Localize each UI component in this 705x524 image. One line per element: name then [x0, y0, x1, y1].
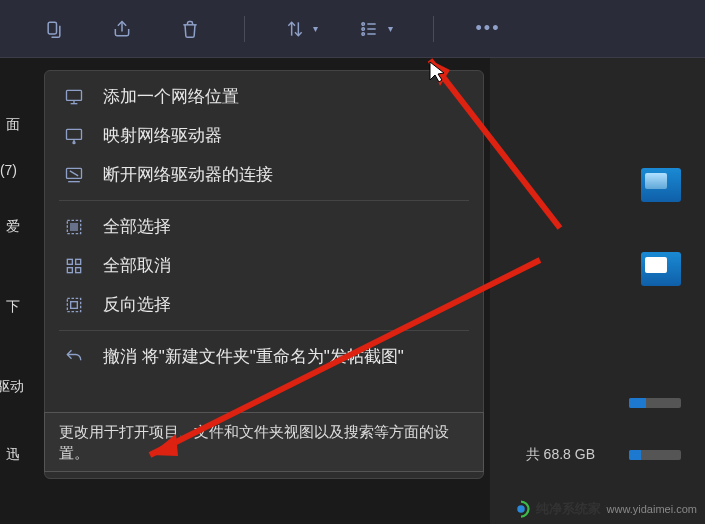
- svg-rect-10: [67, 129, 82, 139]
- menu-separator: [59, 330, 469, 331]
- svg-point-29: [517, 505, 525, 513]
- drive-usage-bar: [629, 450, 681, 460]
- view-button[interactable]: ▾: [358, 19, 393, 39]
- storage-label: 共 68.8 GB: [526, 446, 595, 464]
- watermark: 纯净系统家 www.yidaimei.com: [512, 500, 697, 518]
- toolbar-divider: [433, 16, 434, 42]
- svg-rect-21: [76, 267, 81, 272]
- select-all-icon: [63, 216, 85, 238]
- select-none-icon: [63, 255, 85, 277]
- drive-usage-bar: [629, 398, 681, 408]
- share-icon: [112, 19, 132, 39]
- menu-item-label: 映射网络驱动器: [103, 124, 222, 147]
- toolbar-divider: [244, 16, 245, 42]
- delete-button[interactable]: [176, 15, 204, 43]
- menu-item-add-network-location[interactable]: 添加一个网络位置: [45, 77, 483, 116]
- watermark-url: www.yidaimei.com: [607, 503, 697, 515]
- svg-rect-17: [71, 223, 78, 230]
- disconnect-icon: [63, 164, 85, 186]
- tooltip: 更改用于打开项目、文件和文件夹视图以及搜索等方面的设置。: [44, 412, 484, 472]
- menu-item-select-all[interactable]: 全部选择: [45, 207, 483, 246]
- undo-icon: [63, 346, 85, 368]
- frag-text: 迅: [6, 446, 20, 464]
- svg-rect-23: [71, 301, 78, 308]
- chevron-down-icon: ▾: [388, 23, 393, 34]
- watermark-badge-icon: [512, 500, 530, 518]
- svg-rect-0: [48, 22, 56, 34]
- frag-text: 面: [6, 116, 20, 134]
- menu-item-label: 添加一个网络位置: [103, 85, 239, 108]
- monitor-net-icon: [63, 125, 85, 147]
- frag-text: 下: [6, 298, 20, 316]
- content-panel: 共 68.8 GB: [490, 58, 705, 524]
- menu-item-undo[interactable]: 撤消 将"新建文件夹"重命名为"发帖截图": [45, 337, 483, 376]
- svg-point-1: [362, 22, 365, 25]
- more-button[interactable]: •••: [474, 15, 502, 43]
- toolbar: ▾ ▾ •••: [0, 0, 705, 58]
- svg-line-15: [70, 170, 78, 175]
- sort-icon: [285, 19, 305, 39]
- menu-item-label: 撤消 将"新建文件夹"重命名为"发帖截图": [103, 345, 404, 368]
- menu-item-label: 全部选择: [103, 215, 171, 238]
- select-invert-icon: [63, 294, 85, 316]
- menu-item-select-none[interactable]: 全部取消: [45, 246, 483, 285]
- view-icon: [358, 19, 380, 39]
- frag-text: 夹 (7): [0, 162, 17, 180]
- frag-text: 和驱动: [0, 378, 24, 396]
- menu-item-disconnect-network-drive[interactable]: 断开网络驱动器的连接: [45, 155, 483, 194]
- menu-item-label: 断开网络驱动器的连接: [103, 163, 273, 186]
- more-icon: •••: [476, 18, 501, 39]
- svg-point-12: [73, 141, 75, 143]
- menu-item-label: 反向选择: [103, 293, 171, 316]
- chevron-down-icon: ▾: [313, 23, 318, 34]
- svg-point-3: [362, 32, 365, 35]
- cut-button[interactable]: [40, 15, 68, 43]
- svg-rect-20: [67, 267, 72, 272]
- share-button[interactable]: [108, 15, 136, 43]
- menu-item-label: 全部取消: [103, 254, 171, 277]
- svg-rect-22: [67, 298, 80, 311]
- frag-text: 爱: [6, 218, 20, 236]
- delete-icon: [180, 19, 200, 39]
- tooltip-text: 更改用于打开项目、文件和文件夹视图以及搜索等方面的设置。: [59, 423, 449, 461]
- monitor-plus-icon: [63, 86, 85, 108]
- menu-item-map-network-drive[interactable]: 映射网络驱动器: [45, 116, 483, 155]
- watermark-brand: 纯净系统家: [536, 500, 601, 518]
- svg-rect-18: [67, 259, 72, 264]
- svg-rect-19: [76, 259, 81, 264]
- sort-button[interactable]: ▾: [285, 19, 318, 39]
- svg-point-2: [362, 27, 365, 30]
- cut-icon: [44, 19, 64, 39]
- menu-item-invert-selection[interactable]: 反向选择: [45, 285, 483, 324]
- menu-separator: [59, 200, 469, 201]
- folder-icon[interactable]: [641, 252, 681, 286]
- svg-rect-7: [67, 90, 82, 100]
- folder-icon[interactable]: [641, 168, 681, 202]
